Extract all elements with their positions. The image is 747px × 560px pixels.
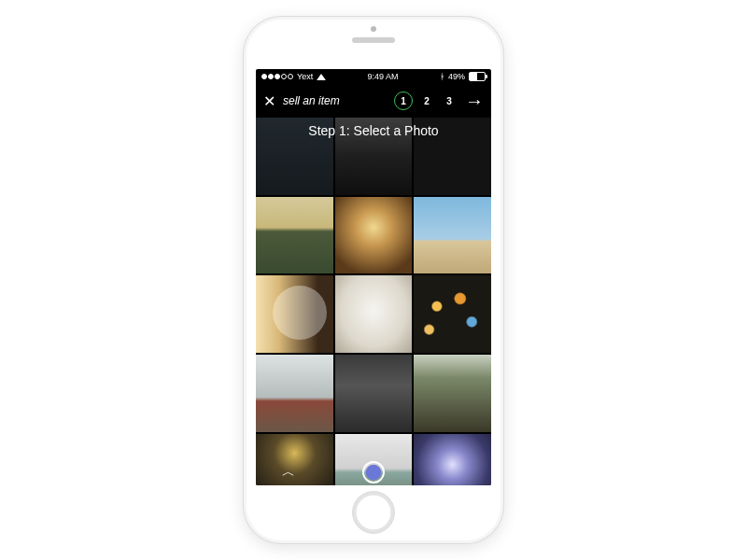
front-camera <box>371 26 376 32</box>
photo-thumb[interactable] <box>335 197 413 274</box>
step-3: 3 <box>441 92 458 109</box>
phone-frame: Yext 9:49 AM ᚼ 49% ✕ sell an item 1 2 3 <box>244 17 503 543</box>
photo-thumb[interactable] <box>256 275 333 353</box>
screen: Yext 9:49 AM ᚼ 49% ✕ sell an item 1 2 3 <box>256 69 491 485</box>
battery-icon <box>469 72 486 81</box>
camera-controls: ︿ <box>256 461 491 483</box>
photo-thumb[interactable] <box>414 118 491 195</box>
speaker-slot <box>352 37 395 43</box>
header-title: sell an item <box>283 94 340 107</box>
close-icon[interactable]: ✕ <box>263 92 275 110</box>
photo-thumb[interactable] <box>414 275 491 353</box>
chevron-up-icon[interactable]: ︿ <box>282 464 295 481</box>
carrier-label: Yext <box>297 72 313 81</box>
photo-thumb[interactable] <box>414 197 491 274</box>
photo-thumb[interactable] <box>256 197 333 274</box>
home-button[interactable] <box>352 491 395 534</box>
step-1: 1 <box>394 91 413 110</box>
status-bar: Yext 9:49 AM ᚼ 49% <box>256 69 491 84</box>
signal-dots-icon <box>261 74 293 79</box>
app-header: ✕ sell an item 1 2 3 → <box>256 84 491 118</box>
photo-thumb[interactable] <box>414 355 491 432</box>
clock: 9:49 AM <box>368 72 399 81</box>
bluetooth-icon: ᚼ <box>440 72 444 81</box>
photo-thumb[interactable] <box>335 355 413 432</box>
battery-pct: 49% <box>448 72 465 81</box>
shutter-button[interactable] <box>362 461 385 483</box>
photo-thumb[interactable] <box>335 275 413 353</box>
photo-thumb[interactable] <box>256 118 333 195</box>
photo-thumb[interactable] <box>256 355 333 432</box>
photo-thumb[interactable] <box>335 118 413 195</box>
step-indicator: 1 2 3 <box>394 91 458 110</box>
photo-grid-container[interactable]: ︿ <box>256 118 491 485</box>
next-arrow-icon[interactable]: → <box>465 91 484 110</box>
wifi-icon <box>317 74 326 80</box>
step-2: 2 <box>418 92 435 109</box>
photo-grid <box>256 118 491 485</box>
